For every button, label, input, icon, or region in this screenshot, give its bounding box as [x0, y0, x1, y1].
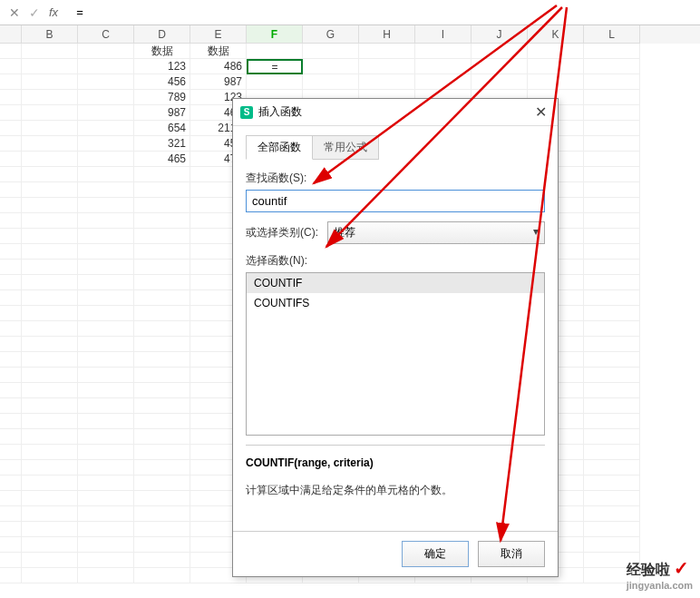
cell[interactable]: [22, 383, 78, 398]
cell[interactable]: [78, 460, 134, 475]
row-header[interactable]: [0, 491, 22, 506]
cell[interactable]: [472, 44, 528, 59]
category-select[interactable]: 推荐: [327, 221, 545, 244]
cell[interactable]: [22, 506, 78, 522]
cell[interactable]: =: [247, 59, 303, 74]
row-header[interactable]: [0, 414, 22, 429]
cell[interactable]: [22, 398, 78, 414]
cell[interactable]: [134, 260, 190, 275]
cell[interactable]: [78, 414, 134, 429]
cell[interactable]: [78, 568, 134, 583]
cell[interactable]: [584, 74, 640, 90]
col-header[interactable]: K: [528, 25, 584, 44]
cell[interactable]: [134, 198, 190, 213]
cell[interactable]: [584, 337, 640, 352]
cell[interactable]: [78, 275, 134, 290]
cell[interactable]: [78, 522, 134, 537]
cell[interactable]: [134, 460, 190, 475]
row-header[interactable]: [0, 475, 22, 491]
row-header[interactable]: [0, 290, 22, 306]
cell[interactable]: [584, 260, 640, 275]
cell[interactable]: [78, 260, 134, 275]
cell[interactable]: [22, 198, 78, 213]
close-icon[interactable]: ✕: [531, 103, 550, 121]
cell[interactable]: 321: [134, 136, 190, 152]
row-header[interactable]: [0, 352, 22, 368]
cell[interactable]: [303, 44, 359, 59]
row-header[interactable]: [0, 244, 22, 260]
cell[interactable]: [22, 290, 78, 306]
cell[interactable]: [78, 445, 134, 460]
cell[interactable]: [359, 74, 415, 90]
cell[interactable]: [78, 213, 134, 229]
cell[interactable]: [22, 105, 78, 121]
cell[interactable]: [584, 229, 640, 244]
cell[interactable]: [584, 306, 640, 321]
row-header[interactable]: [0, 568, 22, 583]
row-header[interactable]: [0, 506, 22, 522]
cell[interactable]: [22, 306, 78, 321]
cell[interactable]: [584, 383, 640, 398]
cell[interactable]: 654: [134, 121, 190, 136]
row-header[interactable]: [0, 121, 22, 136]
cell[interactable]: [584, 460, 640, 475]
col-header[interactable]: J: [472, 25, 528, 44]
cell[interactable]: [303, 59, 359, 74]
cell[interactable]: [78, 383, 134, 398]
cell[interactable]: [22, 229, 78, 244]
row-header[interactable]: [0, 182, 22, 198]
row-header[interactable]: [0, 429, 22, 445]
cell[interactable]: 数据: [190, 44, 247, 59]
cell[interactable]: [22, 460, 78, 475]
cell[interactable]: [78, 368, 134, 383]
col-header[interactable]: D: [134, 25, 190, 44]
cell[interactable]: [584, 152, 640, 167]
cell[interactable]: [78, 475, 134, 491]
cell[interactable]: 456: [134, 74, 190, 90]
cell[interactable]: [78, 44, 134, 59]
col-header[interactable]: L: [584, 25, 640, 44]
cell[interactable]: [584, 121, 640, 136]
cell[interactable]: [134, 290, 190, 306]
cell[interactable]: [78, 491, 134, 506]
cell[interactable]: [134, 368, 190, 383]
cell[interactable]: [78, 136, 134, 152]
cell[interactable]: [78, 59, 134, 74]
cell[interactable]: [78, 321, 134, 337]
row-header[interactable]: [0, 152, 22, 167]
row-header[interactable]: [0, 445, 22, 460]
cell[interactable]: 123: [134, 59, 190, 74]
cell[interactable]: [134, 537, 190, 553]
row-header[interactable]: [0, 398, 22, 414]
tab-all-functions[interactable]: 全部函数: [246, 135, 313, 160]
col-header[interactable]: I: [415, 25, 472, 44]
cell[interactable]: [22, 136, 78, 152]
cell[interactable]: [22, 44, 78, 59]
cell[interactable]: [134, 306, 190, 321]
cell[interactable]: [584, 475, 640, 491]
cell[interactable]: [247, 74, 303, 90]
cell[interactable]: [584, 506, 640, 522]
cell[interactable]: 987: [190, 74, 247, 90]
function-item[interactable]: COUNTIFS: [247, 293, 544, 313]
cell[interactable]: [22, 90, 78, 105]
cell[interactable]: [78, 398, 134, 414]
row-header[interactable]: [0, 306, 22, 321]
row-header[interactable]: [0, 275, 22, 290]
row-header[interactable]: [0, 553, 22, 568]
cell[interactable]: [134, 475, 190, 491]
cell[interactable]: [303, 74, 359, 90]
cell[interactable]: 987: [134, 105, 190, 121]
cell[interactable]: [584, 275, 640, 290]
cell[interactable]: [22, 368, 78, 383]
cell[interactable]: [584, 213, 640, 229]
cell[interactable]: [134, 167, 190, 182]
cell[interactable]: [415, 44, 472, 59]
cell[interactable]: [134, 337, 190, 352]
cell[interactable]: [584, 429, 640, 445]
accept-icon[interactable]: ✓: [29, 5, 40, 20]
cell[interactable]: [134, 445, 190, 460]
cell[interactable]: [359, 44, 415, 59]
cell[interactable]: [22, 59, 78, 74]
cell[interactable]: [584, 105, 640, 121]
